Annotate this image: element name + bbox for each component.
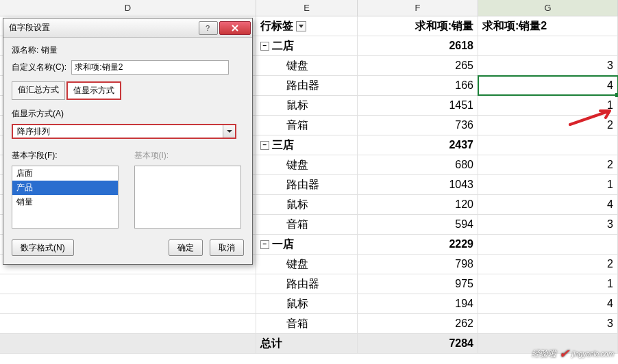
svg-text:?: ? (206, 24, 210, 32)
list-item[interactable]: 销量 (12, 195, 118, 209)
number-format-button[interactable]: 数字格式(N) (12, 239, 74, 256)
tab-show-as[interactable]: 值显示方式 (66, 81, 121, 100)
base-item-listbox[interactable] (134, 166, 241, 229)
collapse-button[interactable]: − (260, 141, 269, 150)
table-row[interactable]: 总计7284 (0, 334, 618, 354)
filter-dropdown-icon[interactable] (296, 21, 306, 31)
cancel-button[interactable]: 取消 (210, 239, 244, 256)
dialog-titlebar[interactable]: 值字段设置 ? (3, 18, 252, 38)
custom-name-label: 自定义名称(C): (12, 62, 66, 73)
check-icon: ✔ (559, 346, 569, 361)
tab-summarize[interactable]: 值汇总方式 (12, 81, 65, 100)
col-header-d[interactable]: D (0, 0, 256, 16)
base-field-listbox[interactable]: 店面产品销量 (12, 166, 119, 229)
collapse-button[interactable]: − (260, 42, 269, 51)
base-field-label: 基本字段(F): (12, 150, 122, 161)
value-field-settings-dialog: 值字段设置 ? 源名称: 销量 自定义名称(C): 值汇总方式 值显示方式 值显… (3, 18, 253, 265)
help-button[interactable]: ? (199, 21, 218, 35)
combo-dropdown-button[interactable] (223, 125, 235, 138)
source-name-label: 源名称: 销量 (12, 44, 244, 56)
col-header-e[interactable]: E (256, 0, 358, 16)
close-button[interactable] (219, 21, 251, 35)
table-row[interactable]: 音箱2623 (0, 314, 618, 334)
col-header-g[interactable]: G (478, 0, 618, 16)
help-icon: ? (204, 24, 212, 32)
list-item[interactable]: 产品 (12, 181, 118, 195)
show-as-label: 值显示方式(A) (12, 108, 244, 120)
close-icon (231, 24, 239, 32)
col-header-f[interactable]: F (358, 0, 478, 16)
chevron-down-icon (227, 129, 232, 134)
dialog-title: 值字段设置 (9, 22, 50, 34)
table-row[interactable]: 路由器9751 (0, 274, 618, 294)
table-row[interactable]: 鼠标1944 (0, 294, 618, 314)
custom-name-input[interactable] (71, 60, 229, 75)
show-as-combo[interactable]: 降序排列 (12, 124, 236, 139)
show-as-value: 降序排列 (13, 126, 223, 138)
collapse-button[interactable]: − (260, 240, 269, 249)
column-headers: D E F G (0, 0, 618, 16)
selected-cell[interactable]: 4 (478, 76, 618, 95)
ok-button[interactable]: 确定 (169, 239, 203, 256)
list-item[interactable]: 店面 (12, 166, 118, 181)
watermark: 经验啦 ✔ jingyanla.com (532, 346, 614, 361)
base-item-label: 基本项(I): (134, 150, 245, 161)
